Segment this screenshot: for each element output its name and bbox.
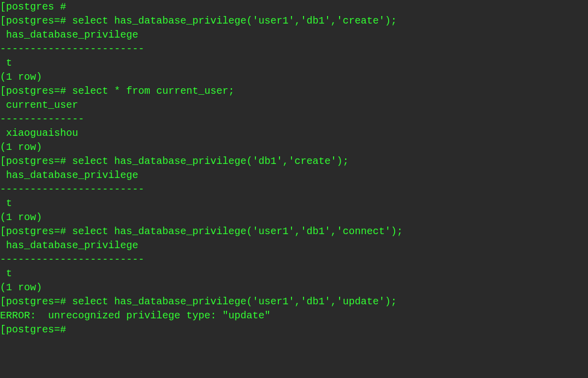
terminal-line: current_user [0,98,588,112]
line-text: postgres=# select has_database_privilege… [6,15,397,27]
line-prefix: [ [0,296,6,307]
terminal-line: t [0,56,588,70]
terminal-line: xiaoguaishou [0,126,588,140]
line-text: postgres=# [6,324,66,335]
line-prefix: [ [0,226,6,237]
terminal-line: (1 row) [0,70,588,84]
line-text: current_user [0,99,78,111]
terminal-line: has_database_privilege [0,239,588,253]
line-text: ------------------------ [0,183,144,195]
terminal-line: [postgres=# select has_database_privileg… [0,154,588,168]
terminal-line: ERROR: unrecognized privilege type: "upd… [0,309,588,323]
line-text: postgres=# select has_database_privilege… [6,155,349,167]
terminal-line: [postgres=# select * from current_user; [0,84,588,98]
terminal-line: has_database_privilege [0,168,588,182]
line-prefix: [ [0,15,6,27]
terminal-line: ------------------------ [0,182,588,197]
terminal-line: [postgres=# select has_database_privileg… [0,14,588,28]
terminal-line: -------------- [0,112,588,126]
line-text: postgres=# select has_database_privilege… [6,296,397,307]
line-prefix: [ [0,324,6,335]
terminal-line: [postgres # [0,0,588,14]
line-text: postgres=# select * from current_user; [6,85,234,97]
line-prefix: [ [0,155,6,167]
terminal-line: t [0,197,588,211]
line-text: has_database_privilege [0,240,138,251]
terminal-line: [postgres=# [0,323,588,337]
line-text: ------------------------ [0,254,144,265]
line-text: t [0,57,12,69]
terminal-line: (1 row) [0,281,588,295]
terminal-line: t [0,267,588,281]
terminal-output[interactable]: [postgres #[postgres=# select has_databa… [0,0,588,337]
line-text: postgres=# select has_database_privilege… [6,226,403,237]
line-prefix: [ [0,1,6,13]
line-text: t [0,198,12,209]
line-text: (1 row) [0,141,42,153]
terminal-line: (1 row) [0,211,588,225]
line-text: has_database_privilege [0,169,138,181]
line-text: has_database_privilege [0,29,138,41]
line-text: xiaoguaishou [0,127,78,139]
terminal-line: ------------------------ [0,253,588,267]
line-text: postgres # [6,1,66,13]
line-text: ERROR: unrecognized privilege type: "upd… [0,310,270,321]
line-text: ------------------------ [0,43,144,55]
line-prefix: [ [0,85,6,97]
line-text: (1 row) [0,212,42,223]
terminal-line: ------------------------ [0,42,588,56]
terminal-line: has_database_privilege [0,28,588,42]
terminal-line: [postgres=# select has_database_privileg… [0,225,588,239]
line-text: -------------- [0,113,84,125]
line-text: t [0,268,12,279]
terminal-line: [postgres=# select has_database_privileg… [0,295,588,309]
terminal-line: (1 row) [0,140,588,154]
line-text: (1 row) [0,71,42,83]
line-text: (1 row) [0,282,42,293]
